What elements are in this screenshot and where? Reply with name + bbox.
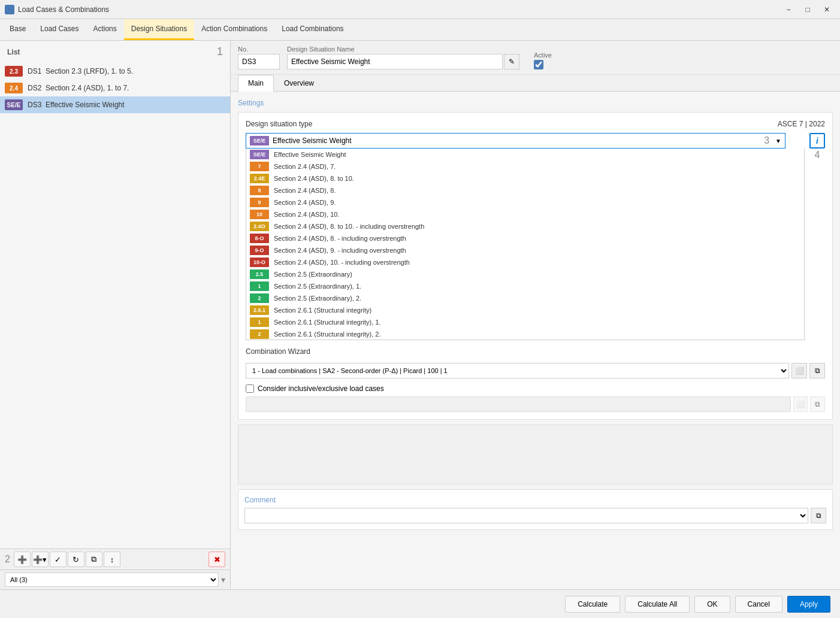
- combination-wizard-select[interactable]: 1 - Load combinations | SA2 - Second-ord…: [246, 363, 789, 378]
- dd-item-text: Section 2.6.1 (Structural integrity), 2.: [274, 331, 381, 338]
- disabled-copy-btn[interactable]: ⧉: [810, 396, 825, 412]
- move-button[interactable]: ↕: [104, 552, 120, 567]
- list-header: List 1: [0, 41, 230, 63]
- close-button[interactable]: ✕: [818, 4, 835, 16]
- item-badge-ds3: SE/E: [5, 99, 23, 110]
- list-item-label-ds3: DS3 Effective Seismic Weight: [28, 101, 125, 109]
- menu-item-action-combinations[interactable]: Action Combinations: [194, 19, 274, 40]
- calculate-all-button[interactable]: Calculate All: [625, 596, 690, 613]
- dd-item-text: Section 2.4 (ASD), 10.: [274, 211, 339, 218]
- list-item-selected[interactable]: SE/E DS3 Effective Seismic Weight: [0, 96, 230, 113]
- dd-badge: 8: [250, 186, 269, 195]
- active-checkbox[interactable]: [534, 60, 543, 69]
- dd-item[interactable]: 8 Section 2.4 (ASD), 8.: [246, 184, 804, 196]
- dd-badge: 2.5: [250, 269, 269, 279]
- dd-badge: 10-O: [250, 258, 269, 267]
- dd-item-text: Effective Seismic Weight: [274, 151, 346, 158]
- dd-item[interactable]: 9-O Section 2.4 (ASD), 9. - including ov…: [246, 244, 804, 256]
- titlebar: Load Cases & Combinations − □ ✕: [0, 0, 840, 19]
- item-badge-ds1: 2.3: [5, 66, 23, 77]
- dst-asce: ASCE 7 | 2022: [778, 120, 825, 128]
- list-item[interactable]: 2.4 DS2 Section 2.4 (ASD), 1. to 7.: [0, 80, 230, 96]
- dd-item[interactable]: 10-O Section 2.4 (ASD), 10. - including …: [246, 256, 804, 268]
- combination-wizard-section: Combination Wizard 1 - Load combinations…: [246, 347, 825, 378]
- name-edit-button[interactable]: ✎: [504, 54, 519, 69]
- cancel-button[interactable]: Cancel: [735, 596, 782, 613]
- info-button[interactable]: i: [809, 133, 825, 149]
- menu-item-load-combinations[interactable]: Load Combinations: [274, 19, 350, 40]
- right-panel: No. Design Situation Name ✎ Active Main …: [231, 41, 840, 589]
- dd-item[interactable]: 2.4E Section 2.4 (ASD), 8. to 10.: [246, 172, 804, 184]
- dd-item-text: Section 2.4 (ASD), 8.: [274, 187, 336, 194]
- delete-button[interactable]: ✖: [209, 552, 225, 567]
- dd-item[interactable]: 8-O Section 2.4 (ASD), 8. - including ov…: [246, 232, 804, 244]
- toolbar-number: 2: [5, 554, 10, 565]
- dd-badge: 9-O: [250, 246, 269, 255]
- comment-select[interactable]: [244, 508, 808, 523]
- name-field-group: Design Situation Name ✎: [287, 46, 519, 69]
- menu-item-design-situations[interactable]: Design Situations: [124, 19, 194, 40]
- confirm-button[interactable]: ✓: [50, 552, 67, 567]
- dd-badge: SE/E: [250, 150, 269, 159]
- menu-item-load-cases[interactable]: Load Cases: [33, 19, 86, 40]
- dd-item-text: Section 2.5 (Extraordinary), 1.: [274, 283, 361, 290]
- dd-badge: 9: [250, 198, 269, 207]
- dd-item[interactable]: 2.4O Section 2.4 (ASD), 8. to 10. - incl…: [246, 220, 804, 232]
- dd-item[interactable]: 2.5 Section 2.5 (Extraordinary): [246, 268, 804, 280]
- dd-item[interactable]: 1 Section 2.5 (Extraordinary), 1.: [246, 280, 804, 292]
- dd-item[interactable]: 1 Section 2.6.1 (Structural integrity), …: [246, 316, 804, 328]
- maximize-button[interactable]: □: [799, 4, 816, 16]
- comment-copy-button[interactable]: ⧉: [811, 508, 826, 523]
- item-badge-ds2: 2.4: [5, 83, 23, 93]
- dd-item-text: Section 2.6.1 (Structural integrity), 1.: [274, 319, 381, 326]
- add-dropdown-button[interactable]: ➕▾: [32, 552, 49, 567]
- no-input[interactable]: [238, 54, 280, 69]
- list-item[interactable]: 2.3 DS1 Section 2.3 (LRFD), 1. to 5.: [0, 63, 230, 80]
- dd-item[interactable]: 9 Section 2.4 (ASD), 9.: [246, 196, 804, 208]
- no-field-group: No.: [238, 46, 280, 69]
- combination-wizard-label: Combination Wizard: [246, 347, 825, 356]
- dropdown-container: SE/E Effective Seismic Weight 3 ▼ SE/E E…: [246, 133, 805, 340]
- add-button[interactable]: ➕: [14, 552, 31, 567]
- filter-dropdown-icon[interactable]: ▾: [221, 575, 225, 584]
- filter-select[interactable]: All (3): [5, 572, 219, 587]
- name-input[interactable]: [287, 54, 503, 69]
- dropdown-header[interactable]: SE/E Effective Seismic Weight 3 ▼: [246, 133, 785, 149]
- menu-item-actions[interactable]: Actions: [86, 19, 123, 40]
- combo-edit-button[interactable]: ⬜: [791, 363, 807, 378]
- minimize-button[interactable]: −: [780, 4, 797, 16]
- dd-item[interactable]: 10 Section 2.4 (ASD), 10.: [246, 208, 804, 220]
- dd-item[interactable]: 7 Section 2.4 (ASD), 7.: [246, 160, 804, 172]
- disabled-input: [246, 396, 791, 412]
- info-number: 4: [815, 150, 820, 160]
- list-item-label-ds2: DS2 Section 2.4 (ASD), 1. to 7.: [28, 84, 129, 92]
- dd-item[interactable]: SE/E Effective Seismic Weight: [246, 149, 804, 160]
- calculate-button[interactable]: Calculate: [565, 596, 620, 613]
- dd-item-text: Section 2.4 (ASD), 7.: [274, 163, 336, 170]
- dd-badge: 7: [250, 162, 269, 171]
- inclusive-exclusive-checkbox[interactable]: [246, 384, 254, 393]
- dd-badge: 8-O: [250, 234, 269, 243]
- comment-card: Comment ⧉: [238, 489, 833, 530]
- menu-item-base[interactable]: Base: [2, 19, 33, 40]
- dd-badge: 10: [250, 210, 269, 219]
- combination-wizard-row: 1 - Load combinations | SA2 - Second-ord…: [246, 363, 825, 378]
- list-items: 2.3 DS1 Section 2.3 (LRFD), 1. to 5. 2.4…: [0, 63, 230, 549]
- combo-copy-button[interactable]: ⧉: [809, 363, 825, 378]
- dd-item[interactable]: 2 Section 2.5 (Extraordinary), 2.: [246, 292, 804, 304]
- menubar: Base Load Cases Actions Design Situation…: [0, 19, 840, 41]
- disabled-edit-btn[interactable]: ⬜: [793, 396, 808, 412]
- copy-button[interactable]: ⧉: [86, 552, 102, 567]
- dd-item[interactable]: 2.6.1 Section 2.6.1 (Structural integrit…: [246, 304, 804, 316]
- apply-button[interactable]: Apply: [787, 596, 830, 613]
- tab-main[interactable]: Main: [238, 75, 274, 92]
- badge-number-3: 3: [764, 135, 769, 146]
- dd-badge: 1: [250, 317, 269, 327]
- ok-button[interactable]: OK: [694, 596, 730, 613]
- dd-item[interactable]: 2 Section 2.6.1 (Structural integrity), …: [246, 328, 804, 340]
- tab-overview[interactable]: Overview: [274, 75, 324, 92]
- left-panel: List 1 2.3 DS1 Section 2.3 (LRFD), 1. to…: [0, 41, 231, 589]
- list-item-label-ds1: DS1 Section 2.3 (LRFD), 1. to 5.: [28, 67, 133, 75]
- refresh-button[interactable]: ↻: [68, 552, 84, 567]
- dd-item-text: Section 2.4 (ASD), 8. to 10. - including…: [274, 223, 424, 230]
